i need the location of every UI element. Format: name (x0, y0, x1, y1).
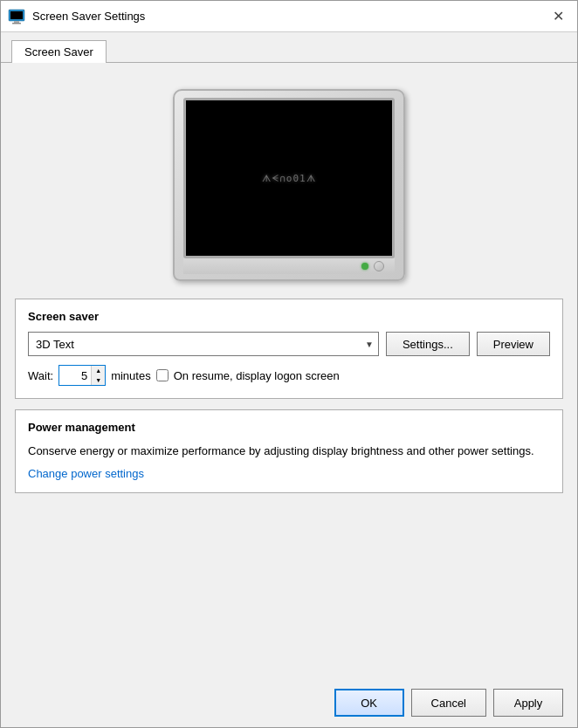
wait-label: Wait: (28, 369, 53, 382)
content-area: ᗑᗕ∩o01ᗑ Screen saver 3D Text (None) Blan… (1, 63, 577, 678)
power-section-label: Power management (28, 421, 550, 434)
footer: OK Cancel Apply (1, 678, 577, 727)
spinner-down-button[interactable]: ▼ (91, 375, 105, 385)
svg-rect-2 (14, 21, 19, 23)
screensaver-dropdown[interactable]: 3D Text (None) Blank Bubbles Mystify Rib… (28, 332, 379, 356)
settings-button[interactable]: Settings... (386, 332, 470, 356)
minutes-label: minutes (111, 369, 151, 382)
svg-rect-3 (12, 23, 21, 24)
change-power-settings-link[interactable]: Change power settings (28, 467, 144, 480)
apply-button[interactable]: Apply (493, 689, 563, 717)
monitor-screen: ᗑᗕ∩o01ᗑ (186, 100, 392, 256)
monitor-base (183, 258, 395, 274)
title-bar-text: Screen Saver Settings (32, 10, 546, 23)
screensaver-dropdown-wrapper: 3D Text (None) Blank Bubbles Mystify Rib… (28, 332, 379, 356)
close-button[interactable]: ✕ (546, 4, 570, 29)
spinner-buttons: ▲ ▼ (91, 366, 105, 385)
preview-button[interactable]: Preview (477, 332, 550, 356)
monitor-bezel: ᗑᗕ∩o01ᗑ (183, 98, 395, 258)
logon-screen-checkbox-row: On resume, display logon screen (156, 369, 340, 382)
power-description: Conserve energy or maximize performance … (28, 443, 550, 460)
logon-screen-checkbox[interactable] (156, 369, 169, 381)
screensaver-selector-row: 3D Text (None) Blank Bubbles Mystify Rib… (28, 332, 550, 356)
cancel-button[interactable]: Cancel (411, 689, 486, 717)
svg-rect-1 (10, 11, 23, 19)
dialog-screen-saver-settings: Screen Saver Settings ✕ Screen Saver ᗑᗕ∩… (0, 0, 578, 728)
power-management-section: Power management Conserve energy or maxi… (15, 409, 563, 493)
screen-preview-text: ᗑᗕ∩o01ᗑ (262, 173, 316, 184)
monitor-power-button (374, 261, 384, 271)
screen-saver-section-label: Screen saver (28, 310, 550, 323)
screen-saver-section: Screen saver 3D Text (None) Blank Bubble… (15, 299, 563, 399)
spinner-up-button[interactable]: ▲ (91, 366, 105, 375)
logon-screen-label: On resume, display logon screen (174, 369, 340, 382)
monitor: ᗑᗕ∩o01ᗑ (173, 89, 405, 281)
wait-input[interactable] (59, 366, 91, 385)
title-bar: Screen Saver Settings ✕ (1, 1, 577, 32)
wait-spinner: ▲ ▼ (58, 365, 106, 386)
tab-screen-saver[interactable]: Screen Saver (11, 40, 107, 63)
preview-area: ᗑᗕ∩o01ᗑ (1, 63, 577, 299)
ok-button[interactable]: OK (334, 689, 404, 717)
wait-row: Wait: ▲ ▼ minutes On resume, display log… (28, 365, 550, 386)
app-icon (8, 8, 25, 25)
monitor-led (361, 263, 368, 270)
tab-strip: Screen Saver (1, 32, 577, 63)
